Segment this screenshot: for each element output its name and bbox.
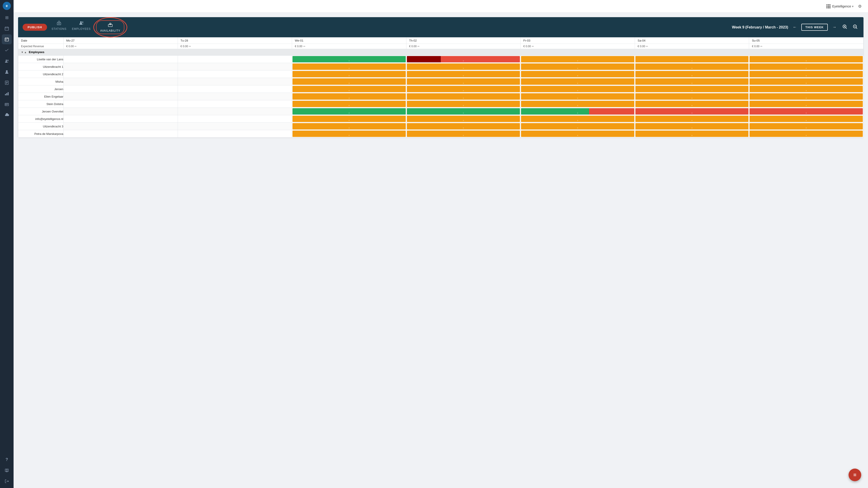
- availability-cell[interactable]: [178, 108, 292, 115]
- availability-cell[interactable]: [178, 130, 292, 138]
- revenue-edit-sa[interactable]: ✏: [646, 45, 648, 48]
- availability-cell[interactable]: +: [749, 123, 864, 130]
- availability-cell[interactable]: +: [635, 70, 749, 78]
- availability-cell[interactable]: +: [521, 56, 635, 63]
- settings-button[interactable]: ⚙: [856, 3, 864, 10]
- availability-cell[interactable]: [178, 63, 292, 70]
- availability-cell[interactable]: +: [521, 100, 635, 108]
- availability-cell[interactable]: +: [635, 108, 749, 115]
- availability-cell[interactable]: +: [521, 70, 635, 78]
- availability-cell[interactable]: [64, 56, 178, 63]
- sidebar-item-cloud[interactable]: [2, 110, 12, 120]
- availability-cell[interactable]: +: [292, 108, 406, 115]
- availability-cell[interactable]: +: [292, 130, 406, 138]
- sidebar-item-reports[interactable]: [2, 89, 12, 98]
- company-name[interactable]: Eyetelligence ▾: [832, 4, 854, 8]
- sidebar-item-help[interactable]: ?: [2, 455, 12, 464]
- sidebar-item-book[interactable]: [2, 465, 12, 475]
- company-selector[interactable]: Eyetelligence ▾: [827, 4, 854, 8]
- availability-cell[interactable]: +: [749, 108, 864, 115]
- availability-cell[interactable]: [64, 78, 178, 86]
- availability-cell[interactable]: +: [635, 123, 749, 130]
- availability-cell[interactable]: +: [521, 63, 635, 70]
- revenue-edit-th[interactable]: ✏: [417, 45, 420, 48]
- availability-cell[interactable]: +: [635, 63, 749, 70]
- availability-cell[interactable]: +: [406, 93, 521, 100]
- availability-cell[interactable]: +: [749, 115, 864, 123]
- availability-cell[interactable]: +: [749, 56, 864, 63]
- availability-cell[interactable]: +: [292, 123, 406, 130]
- revenue-edit-su[interactable]: ✏: [761, 45, 763, 48]
- availability-cell[interactable]: [178, 86, 292, 93]
- availability-cell[interactable]: +: [292, 78, 406, 86]
- zoom-in-button[interactable]: [841, 24, 848, 31]
- availability-cell[interactable]: +: [292, 56, 406, 63]
- availability-cell[interactable]: +: [406, 115, 521, 123]
- availability-cell[interactable]: +: [521, 115, 635, 123]
- availability-cell[interactable]: +: [521, 108, 635, 115]
- fab-button[interactable]: ≡: [848, 468, 861, 481]
- app-logo[interactable]: e: [3, 2, 11, 10]
- availability-cell[interactable]: +: [521, 86, 635, 93]
- availability-cell[interactable]: [64, 63, 178, 70]
- availability-cell[interactable]: [64, 115, 178, 123]
- publish-button[interactable]: PUBLISH: [23, 24, 47, 31]
- availability-cell[interactable]: +: [292, 63, 406, 70]
- availability-cell[interactable]: +: [749, 86, 864, 93]
- availability-cell[interactable]: +: [406, 56, 521, 63]
- availability-cell[interactable]: [64, 130, 178, 138]
- availability-cell[interactable]: +: [292, 86, 406, 93]
- collapse-icon[interactable]: ▼ ▲: [21, 51, 27, 54]
- sidebar-item-user[interactable]: [2, 67, 12, 77]
- availability-cell[interactable]: +: [406, 123, 521, 130]
- sidebar-item-id[interactable]: [2, 99, 12, 109]
- availability-cell[interactable]: +: [406, 130, 521, 138]
- sidebar-item-calendar-small[interactable]: [2, 24, 12, 33]
- availability-cell[interactable]: +: [521, 93, 635, 100]
- availability-cell[interactable]: +: [292, 70, 406, 78]
- availability-cell[interactable]: +: [635, 86, 749, 93]
- availability-cell[interactable]: [178, 115, 292, 123]
- availability-cell[interactable]: [178, 70, 292, 78]
- availability-cell[interactable]: +: [292, 93, 406, 100]
- tab-employees[interactable]: EMPLOYEES: [72, 20, 91, 34]
- sidebar-item-exit[interactable]: [2, 476, 12, 486]
- revenue-edit-tu[interactable]: ✏: [189, 45, 191, 48]
- availability-cell[interactable]: +: [292, 115, 406, 123]
- availability-cell[interactable]: +: [406, 100, 521, 108]
- availability-cell[interactable]: [64, 86, 178, 93]
- availability-cell[interactable]: +: [521, 130, 635, 138]
- availability-cell[interactable]: +: [749, 93, 864, 100]
- availability-cell[interactable]: [178, 93, 292, 100]
- this-week-button[interactable]: THIS WEEK: [801, 24, 828, 31]
- availability-cell[interactable]: +: [635, 93, 749, 100]
- availability-cell[interactable]: [178, 123, 292, 130]
- revenue-edit-mo[interactable]: ✏: [74, 45, 76, 48]
- prev-week-button[interactable]: ←: [791, 24, 799, 31]
- availability-cell[interactable]: +: [521, 78, 635, 86]
- sidebar-item-calendar-active[interactable]: [2, 34, 12, 44]
- availability-cell[interactable]: [64, 70, 178, 78]
- availability-cell[interactable]: [178, 78, 292, 86]
- availability-cell[interactable]: +: [292, 100, 406, 108]
- availability-cell[interactable]: +: [406, 86, 521, 93]
- sidebar-item-people[interactable]: [2, 56, 12, 66]
- availability-cell[interactable]: [178, 100, 292, 108]
- availability-cell[interactable]: +: [749, 100, 864, 108]
- availability-cell[interactable]: +: [406, 78, 521, 86]
- availability-cell[interactable]: +: [749, 63, 864, 70]
- availability-cell[interactable]: +: [406, 70, 521, 78]
- sidebar-item-home[interactable]: ⊞: [2, 13, 12, 23]
- availability-cell[interactable]: [64, 123, 178, 130]
- availability-cell[interactable]: +: [635, 115, 749, 123]
- tab-stations[interactable]: STATIONS: [52, 20, 66, 34]
- availability-cell[interactable]: +: [635, 130, 749, 138]
- availability-cell[interactable]: +: [521, 123, 635, 130]
- availability-cell[interactable]: [178, 56, 292, 63]
- availability-cell[interactable]: +: [635, 100, 749, 108]
- availability-cell[interactable]: [64, 108, 178, 115]
- sidebar-item-submit[interactable]: [2, 78, 12, 88]
- availability-cell[interactable]: [64, 100, 178, 108]
- revenue-edit-fr[interactable]: ✏: [532, 45, 534, 48]
- revenue-edit-we[interactable]: ✏: [303, 45, 305, 48]
